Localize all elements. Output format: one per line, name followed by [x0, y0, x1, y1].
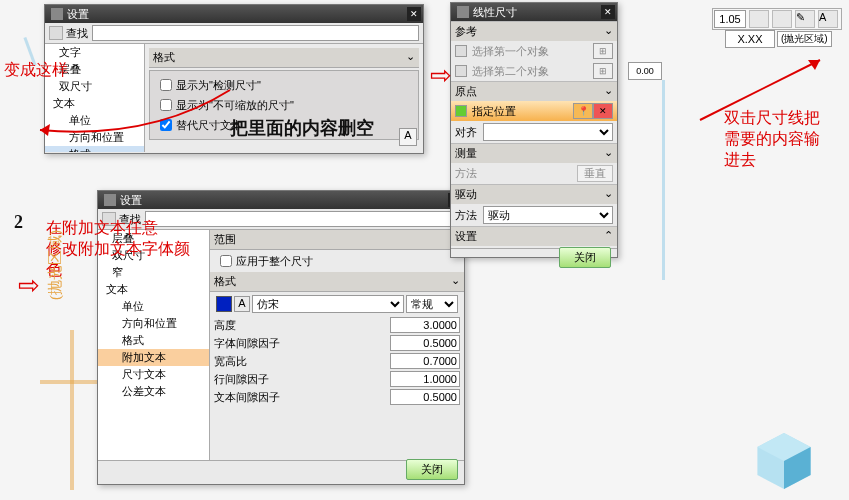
tree-item[interactable]: 格式 [98, 332, 209, 349]
charspacing-input[interactable] [390, 335, 460, 351]
annotation: 在附加文本任意 修改附加文本字体颜 色 [46, 218, 190, 281]
tool-button[interactable] [749, 10, 769, 28]
sec-format: 格式 [214, 274, 236, 289]
chk-whole-dim[interactable] [220, 255, 232, 267]
drive-select[interactable]: 驱动 [483, 206, 613, 224]
textgap-input[interactable] [390, 389, 460, 405]
color-swatch[interactable] [216, 296, 232, 312]
linespace-input[interactable] [390, 371, 460, 387]
pencil-icon[interactable]: ✎ [795, 10, 815, 28]
chevron-icon: ⌃ [604, 229, 613, 244]
logo-cube [749, 426, 819, 496]
row-label: 高度 [210, 316, 334, 334]
tree-item[interactable]: 尺寸文本 [98, 366, 209, 383]
row-label: 宽高比 [210, 352, 334, 370]
sys-icon [104, 194, 116, 206]
tree-item-addtext[interactable]: 附加文本 [98, 349, 209, 366]
font-select[interactable]: 仿宋 [252, 295, 404, 313]
close-button[interactable]: 关闭 [559, 247, 611, 268]
tree-item[interactable]: 单位 [98, 298, 209, 315]
origin-btn[interactable]: 指定位置 [472, 104, 573, 119]
sec-settings: 设置 [455, 229, 477, 244]
dimension-toolbar: ✎ A [712, 8, 842, 30]
titlebar[interactable]: 线性尺寸 ✕ [451, 3, 617, 21]
sys-icon [51, 8, 63, 20]
aspect-input[interactable] [390, 353, 460, 369]
titlebar[interactable]: 设置 ✕ [98, 191, 464, 209]
sec-ref: 参考 [455, 24, 477, 39]
tree-item[interactable]: 文字 [45, 44, 144, 61]
chevron-icon: ⌄ [604, 84, 613, 99]
chevron-icon: ⌄ [406, 50, 415, 65]
a-style-button[interactable]: A [399, 128, 417, 146]
align-label: 对齐 [455, 125, 477, 140]
sys-icon [457, 6, 469, 18]
height-input[interactable] [390, 317, 460, 333]
close-icon[interactable]: ✕ [407, 7, 421, 21]
section-format: 格式 [153, 50, 175, 65]
method-value: 垂直 [577, 165, 613, 182]
arrow-icon: ⇨ [430, 60, 452, 91]
tree-item[interactable]: 公差文本 [98, 383, 209, 400]
search-input[interactable] [92, 25, 419, 41]
linear-dimension-panel: 线性尺寸 ✕ 参考⌄ 选择第一个对象⊞ 选择第二个对象⊞ 原点⌄ 指定位置📍✕ … [450, 2, 618, 258]
x-button[interactable]: ✕ [593, 103, 613, 119]
check-icon [455, 45, 467, 57]
search-icon [49, 26, 63, 40]
chevron-icon: ⌄ [604, 24, 613, 39]
row-label: 字体间隙因子 [210, 334, 334, 352]
tree-item[interactable]: 方向和位置 [98, 315, 209, 332]
arrow-icon: ⇨ [18, 270, 40, 301]
pick-button[interactable]: ⊞ [593, 63, 613, 79]
align-select[interactable] [483, 123, 613, 141]
hand-num: 2 [14, 212, 23, 233]
chevron-icon: ⌄ [604, 146, 613, 161]
title: 设置 [67, 7, 89, 22]
tool-button[interactable] [772, 10, 792, 28]
titlebar[interactable]: 设置 ✕ [45, 5, 423, 23]
sec-measure: 测量 [455, 146, 477, 161]
value-input[interactable] [725, 30, 775, 48]
style-select[interactable]: 常规 [406, 295, 458, 313]
chevron-icon: ⌄ [604, 187, 613, 202]
tree-item[interactable]: 文本 [98, 281, 209, 298]
check-icon [455, 65, 467, 77]
annotation: 双击尺寸线把 需要的内容输 进去 [724, 108, 820, 171]
sec-range: 范围 [214, 232, 236, 247]
close-button[interactable]: 关闭 [406, 459, 458, 480]
polish-label: (抛光区域) [777, 31, 832, 47]
a-icon[interactable]: A [818, 10, 838, 28]
arrow-sketch [30, 80, 250, 150]
row-label: 行间隙因子 [210, 370, 334, 388]
num-field[interactable] [628, 62, 662, 80]
chevron-icon: ⌄ [451, 274, 460, 289]
check-icon [455, 105, 467, 117]
search-input[interactable] [145, 211, 460, 227]
sec-drive: 驱动 [455, 187, 477, 202]
close-icon[interactable]: ✕ [601, 5, 615, 19]
row-label: 文本间隙因子 [210, 388, 334, 406]
annotation: 变成这样 [4, 60, 68, 81]
side-label: (抛光区域) [46, 230, 65, 300]
search-label: 查找 [66, 26, 88, 41]
spin-input[interactable] [714, 10, 746, 28]
annotation: 把里面的内容删空 [230, 116, 374, 140]
sec-origin: 原点 [455, 84, 477, 99]
a-icon[interactable]: A [234, 296, 250, 312]
title: 线性尺寸 [473, 5, 517, 20]
pin-button[interactable]: 📍 [573, 103, 593, 119]
pick-button[interactable]: ⊞ [593, 43, 613, 59]
title: 设置 [120, 193, 142, 208]
